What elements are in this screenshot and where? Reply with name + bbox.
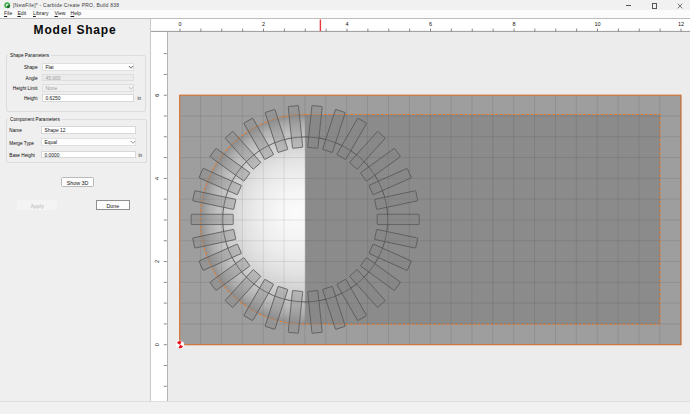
svg-text:0: 0 — [178, 21, 181, 27]
svg-text:2: 2 — [154, 260, 160, 263]
svg-text:8: 8 — [512, 21, 515, 27]
svg-text:12: 12 — [678, 21, 684, 27]
svg-text:6: 6 — [429, 21, 432, 27]
svg-text:10: 10 — [594, 21, 600, 27]
svg-text:4: 4 — [345, 21, 348, 27]
svg-text:0: 0 — [154, 343, 160, 346]
svg-text:6: 6 — [155, 93, 161, 96]
svg-text:2: 2 — [262, 21, 265, 27]
svg-text:4: 4 — [155, 177, 161, 180]
